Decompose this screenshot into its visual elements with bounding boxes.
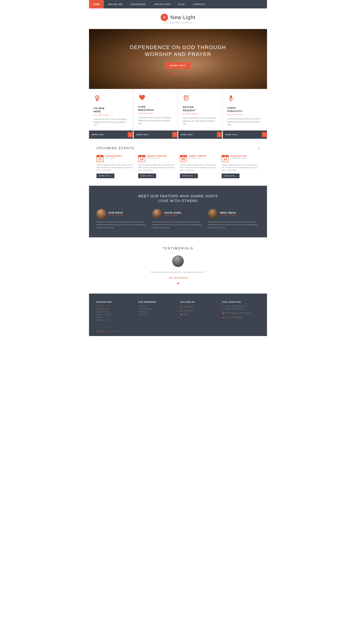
feature-btn-new-here[interactable]: MORE INFO › <box>89 130 133 139</box>
event-desc-0: Aliquam dapibus tincidunt metus. Praesen… <box>96 164 134 172</box>
book-icon <box>183 95 189 102</box>
nav-who-we-are[interactable]: WHO WE ARE <box>104 0 127 8</box>
feature-arrow-care: › <box>172 132 178 137</box>
event-btn-3[interactable]: MORE INFO › <box>222 174 239 178</box>
footer-location-col: OUR LOCATION ● 1910 ST. VINCENT PLACE, G… <box>222 301 260 322</box>
hero-dot-1[interactable] <box>174 72 176 74</box>
feature-desc-care: Lorem ipsum dolor sit amet, consectetur … <box>138 116 173 127</box>
footer-link-forum[interactable]: FORUM <box>138 305 176 307</box>
event-btn-2[interactable]: MORE INFO › <box>180 174 198 178</box>
event-cal-3: 14 <box>222 155 229 162</box>
footer-members-col: FOR MEMBERS FORUM ONLINE RADIO SERMONS P… <box>138 301 176 322</box>
event-date-1: MARCH, 2013 <box>147 157 176 159</box>
footer-brand: New Light — <box>96 330 107 332</box>
event-card-0: 27 ALIQUAM ERAT MAY, 2014 Aliquam dapibu… <box>96 155 134 178</box>
feature-btn-audio[interactable]: MORE INFO › <box>223 130 267 139</box>
footer-nav-title: NAVIGATION <box>96 301 134 303</box>
nav-blog[interactable]: BLOG <box>174 0 189 8</box>
feature-desc-new-here: Lorem ipsum dolor sit amet, consectetur … <box>93 118 129 127</box>
hero-section: DEPENDENCE ON GOD THROUGH WORSHIP AND PR… <box>89 29 267 89</box>
footer-link-prayer-footer[interactable]: PRAYER <box>138 314 176 316</box>
pastors-section: MEET OUR PASTORS WHO SHARE GOD'S LOVE WI… <box>89 186 267 238</box>
footer-link-radio[interactable]: ONLINE RADIO <box>138 308 176 310</box>
footer: NAVIGATION HOME WHO WE ARE OUR MISSION V… <box>89 294 267 336</box>
pastor-avatar-1 <box>152 209 162 219</box>
event-name-3: ETIAM DICTUM <box>230 155 260 157</box>
feature-sub-prayer: DOLORE IPSUM <box>183 113 198 115</box>
pastor-role-0: UT UT ORNARE <box>108 214 123 216</box>
hero-cta-button[interactable]: MORE INFO <box>165 62 191 69</box>
events-grid: 27 ALIQUAM ERAT MAY, 2014 Aliquam dapibu… <box>96 155 260 178</box>
testimonial-quote: "Aenean nonummy hendrerit mau phasellus … <box>141 270 215 274</box>
event-date-0: MAY, 2014 <box>105 157 134 159</box>
logo-bar: + New Light FELLOWSHIP CHURCH <box>89 8 267 29</box>
feature-arrow-audio: › <box>262 132 267 137</box>
footer-link-contacts[interactable]: CONTACTS <box>96 320 134 321</box>
pastor-card-0: SAM ROCK UT UT ORNARE Nulla facilisi. Ae… <box>96 209 148 229</box>
nav-virtual-tour[interactable]: VIRTUAL TOUR <box>150 0 175 8</box>
footer-members-title: FOR MEMBERS <box>138 301 176 303</box>
footer-link-rss[interactable]: RSS <box>183 314 188 315</box>
footer-link-mission[interactable]: OUR MISSION <box>96 311 134 313</box>
feature-desc-audio: Lorem ipsum dolor sit amet, consectetur … <box>227 118 263 127</box>
testimonial-avatar <box>172 255 184 267</box>
event-desc-2: Aliquam dapibus tincidunt metus. Praesen… <box>180 164 218 172</box>
event-btn-arrow-1: › <box>153 175 154 177</box>
event-btn-0[interactable]: MORE INFO › <box>96 174 114 178</box>
pastor-role-2: DOLORE IPSUM <box>220 214 236 216</box>
pastors-grid: SAM ROCK UT UT ORNARE Nulla facilisi. Ae… <box>96 209 260 229</box>
hero-dot-2[interactable] <box>177 72 179 74</box>
twitter-icon: ⓐ <box>180 305 182 308</box>
testimonials-section: TESTIMONIALS "Aenean nonummy hendrerit m… <box>89 238 267 294</box>
footer-link-who[interactable]: WHO WE ARE <box>96 308 134 310</box>
mic-icon <box>228 95 234 103</box>
feature-title-new-here: I'M NEW HERE <box>93 107 104 113</box>
feature-arrow-prayer: › <box>217 132 222 137</box>
test-dot-1[interactable] <box>177 282 179 284</box>
svg-marker-2 <box>96 99 99 102</box>
hero-dots <box>174 72 182 74</box>
footer-grid: NAVIGATION HOME WHO WE ARE OUR MISSION V… <box>96 301 260 322</box>
footer-copy: Fellowship Church <box>108 330 122 332</box>
event-card-2: 05 DONEC TEMPOR MARCH, 2013 Aliquam dapi… <box>180 155 218 178</box>
footer-facebook-row: ▮ FACEBOOK <box>180 310 218 312</box>
pastors-title: MEET OUR PASTORS WHO SHARE GOD'S LOVE WI… <box>96 194 260 203</box>
event-date-3: FEBRUARY, 2013 <box>230 157 260 159</box>
footer-link-home[interactable]: HOME <box>96 305 134 307</box>
event-cal-2: 05 <box>180 155 187 162</box>
svg-point-1 <box>96 96 98 98</box>
logo-name: New Light <box>170 14 195 20</box>
feature-card-audio: AUDIO PODCASTS DOLORE IPSUM Lorem ipsum … <box>223 89 267 139</box>
nav-home[interactable]: HOME <box>89 0 104 8</box>
event-cal-1: 14 <box>138 155 145 162</box>
pastor-desc-2: Nulla facilisi. Aenean nec eros. Vestibu… <box>208 220 260 229</box>
feature-arrow-new-here: › <box>128 132 133 137</box>
nav-our-mission[interactable]: OUR MISSION <box>127 0 150 8</box>
facebook-icon: ▮ <box>180 310 181 312</box>
feature-btn-prayer[interactable]: MORE INFO › <box>178 130 222 139</box>
pastor-name-2: MIKE OMAN <box>220 211 236 214</box>
event-name-1: MAURIS POSUERE <box>147 155 176 157</box>
event-desc-1: Aliquam dapibus tincidunt metus. Praesen… <box>138 164 176 172</box>
nav-contacts[interactable]: CONTACTS <box>189 0 209 8</box>
footer-link-sermons[interactable]: SERMONS <box>138 311 176 313</box>
logo-icon: + <box>161 14 168 21</box>
event-btn-1[interactable]: MORE INFO › <box>138 174 156 178</box>
footer-follow-col: FOLLOW US ⓐ TWITTER ▮ FACEBOOK ◕ RSS <box>180 301 218 322</box>
event-name-0: ALIQUAM ERAT <box>105 155 134 157</box>
footer-nav-col: NAVIGATION HOME WHO WE ARE OUR MISSION V… <box>96 301 134 322</box>
footer-link-tour[interactable]: VIRTUAL TOUR <box>96 314 134 316</box>
footer-telephone: TELEPHONE: +1 202 403 6010 <box>226 312 250 314</box>
heart-icon <box>139 95 145 102</box>
footer-link-twitter[interactable]: TWITTER <box>184 306 193 308</box>
footer-link-facebook[interactable]: FACEBOOK <box>183 310 194 312</box>
events-section: UPCOMING EVENTS › 27 ALIQUAM ERAT MAY, 2… <box>89 139 267 186</box>
footer-link-blog[interactable]: BLOG <box>96 316 134 318</box>
feature-title-care: CARE MINISTRIES <box>138 106 154 112</box>
events-next-arrow[interactable]: › <box>258 146 260 150</box>
feature-card-care: CARE MINISTRIES DOLORE IPSUM Lorem ipsum… <box>134 89 178 139</box>
events-title: UPCOMING EVENTS <box>96 146 134 150</box>
logo-subtitle: FELLOWSHIP CHURCH <box>164 22 192 24</box>
feature-btn-care[interactable]: MORE INFO › <box>134 130 178 139</box>
hero-dot-3[interactable] <box>180 72 182 74</box>
